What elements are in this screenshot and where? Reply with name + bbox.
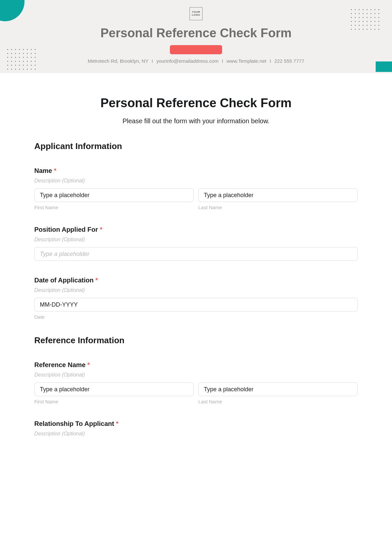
date-input[interactable]: MM-DD-YYYY bbox=[34, 298, 358, 312]
ref-first-name-sublabel: First Name bbox=[34, 399, 194, 404]
field-name: Name * Description (Optional) Type a pla… bbox=[34, 167, 358, 210]
ref-last-name-input[interactable]: Type a placeholder bbox=[198, 382, 358, 396]
main-content: Personal Reference Check Form Please fil… bbox=[0, 73, 392, 437]
page-subtitle: Please fill out the form with your infor… bbox=[34, 117, 358, 125]
field-position: Position Applied For * Description (Opti… bbox=[34, 226, 358, 261]
field-label-name: Name * bbox=[34, 167, 358, 175]
decor-red-pill bbox=[170, 45, 222, 54]
separator: I bbox=[152, 58, 153, 64]
field-desc: Description (Optional) bbox=[34, 372, 358, 378]
required-marker: * bbox=[95, 277, 98, 284]
decor-teal-circle bbox=[0, 0, 24, 21]
field-date: Date of Application * Description (Optio… bbox=[34, 277, 358, 320]
required-marker: * bbox=[100, 226, 102, 233]
separator: I bbox=[270, 58, 271, 64]
first-name-sublabel: First Name bbox=[34, 205, 194, 210]
label-text: Reference Name bbox=[34, 361, 86, 368]
last-name-input[interactable]: Type a placeholder bbox=[198, 188, 358, 202]
field-label-date: Date of Application * bbox=[34, 277, 358, 284]
field-desc: Description (Optional) bbox=[34, 431, 358, 437]
logo-placeholder: YOUR LOGO bbox=[189, 7, 203, 20]
required-marker: * bbox=[87, 361, 90, 368]
first-name-input[interactable]: Type a placeholder bbox=[34, 188, 194, 202]
separator: I bbox=[222, 58, 223, 64]
section-title-reference: Reference Information bbox=[34, 335, 358, 345]
field-desc: Description (Optional) bbox=[34, 237, 358, 243]
field-ref-name: Reference Name * Description (Optional) … bbox=[34, 361, 358, 404]
field-desc: Description (Optional) bbox=[34, 287, 358, 293]
field-relationship: Relationship To Applicant * Description … bbox=[34, 420, 358, 437]
contact-line: Metrotech Rd, Brooklyn, NY I yourinfo@em… bbox=[0, 58, 392, 64]
date-sublabel: Date bbox=[34, 314, 358, 320]
label-text: Date of Application bbox=[34, 277, 93, 284]
label-text: Name bbox=[34, 167, 52, 174]
contact-email: yourinfo@emailaddress.com bbox=[156, 58, 219, 64]
contact-phone: 222 555 7777 bbox=[274, 58, 304, 64]
field-label-relationship: Relationship To Applicant * bbox=[34, 420, 358, 428]
section-title-applicant: Applicant Information bbox=[34, 141, 358, 151]
ref-first-name-input[interactable]: Type a placeholder bbox=[34, 382, 194, 396]
required-marker: * bbox=[116, 420, 119, 427]
field-label-ref-name: Reference Name * bbox=[34, 361, 358, 369]
page-title: Personal Reference Check Form bbox=[34, 96, 358, 110]
field-label-position: Position Applied For * bbox=[34, 226, 358, 233]
ref-last-name-sublabel: Last Name bbox=[198, 399, 358, 404]
label-text: Position Applied For bbox=[34, 226, 98, 233]
label-text: Relationship To Applicant bbox=[34, 420, 114, 427]
contact-website: www.Template.net bbox=[226, 58, 266, 64]
contact-address: Metrotech Rd, Brooklyn, NY bbox=[88, 58, 149, 64]
position-input[interactable]: Type a placeholder bbox=[34, 247, 358, 261]
last-name-sublabel: Last Name bbox=[198, 205, 358, 210]
field-desc: Description (Optional) bbox=[34, 178, 358, 184]
required-marker: * bbox=[54, 167, 57, 174]
banner-title: Personal Reference Check Form bbox=[0, 26, 392, 40]
header-band: YOUR LOGO Personal Reference Check Form … bbox=[0, 0, 392, 73]
